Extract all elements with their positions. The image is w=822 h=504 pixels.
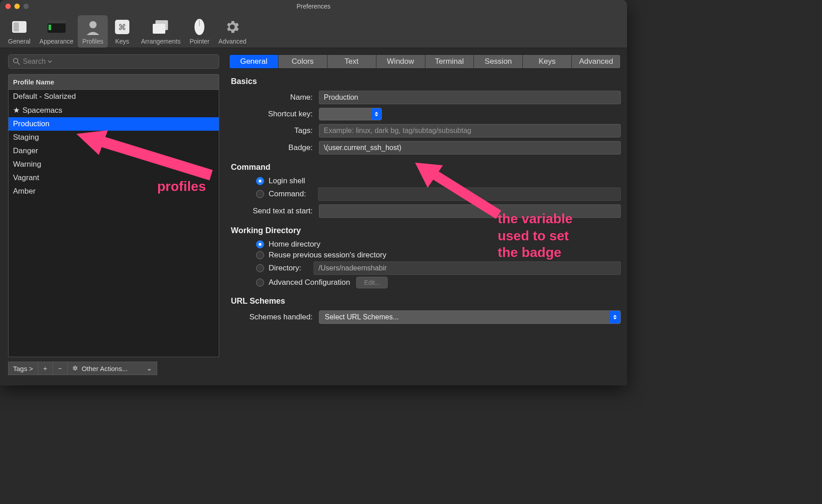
reuse-directory-label: Reuse previous session's directory <box>269 251 386 260</box>
titlebar: Preferences <box>0 0 627 13</box>
profile-name: Default - Solarized <box>13 92 76 101</box>
profile-row[interactable]: Warning <box>9 158 219 171</box>
profiles-icon <box>83 17 103 37</box>
appearance-icon <box>47 17 66 37</box>
profile-search-input[interactable]: Search <box>8 54 219 69</box>
tags-filter-button[interactable]: Tags > <box>8 362 38 375</box>
schemes-label: Schemes handled: <box>229 313 319 322</box>
add-profile-button[interactable]: ＋ <box>38 362 53 375</box>
toolbar-appearance[interactable]: Appearance <box>35 15 78 48</box>
tab-terminal[interactable]: Terminal <box>425 55 474 68</box>
edit-button[interactable]: Edit... <box>356 277 388 288</box>
profile-row[interactable]: Staging <box>9 131 219 144</box>
search-placeholder: Search <box>23 57 46 66</box>
profile-row[interactable]: Default - Solarized <box>9 90 219 103</box>
other-actions-label: Other Actions... <box>82 365 128 372</box>
tab-keys[interactable]: Keys <box>523 55 571 68</box>
tags-input[interactable] <box>319 124 621 137</box>
profile-row[interactable]: Vagrant <box>9 171 219 185</box>
toolbar-keys[interactable]: ⌘ Keys <box>108 15 137 48</box>
toolbar-label: Appearance <box>40 38 74 45</box>
svg-point-5 <box>89 21 97 28</box>
profile-list: Default - Solarized ★Spacemacs Productio… <box>8 89 219 357</box>
login-shell-label: Login shell <box>269 177 305 186</box>
advanced-config-radio[interactable] <box>256 279 264 287</box>
shortcut-key-select[interactable] <box>319 108 382 120</box>
tab-window[interactable]: Window <box>376 55 425 68</box>
toolbar-label: Arrangements <box>141 38 181 45</box>
tab-text[interactable]: Text <box>327 55 376 68</box>
remove-profile-button[interactable]: － <box>53 362 68 375</box>
window-minimize-button[interactable] <box>14 4 20 9</box>
basics-heading: Basics <box>231 77 621 86</box>
pointer-icon <box>190 17 209 37</box>
profile-row[interactable]: Danger <box>9 144 219 158</box>
tab-session[interactable]: Session <box>474 55 522 68</box>
login-shell-radio[interactable] <box>256 177 264 185</box>
tags-label: Tags > <box>13 365 33 372</box>
svg-rect-3 <box>48 20 66 23</box>
advanced-config-label: Advanced Configuration <box>269 278 350 287</box>
profile-name: Spacemacs <box>22 106 62 115</box>
toolbar-label: Pointer <box>190 38 209 45</box>
tags-field-label: Tags: <box>229 126 319 135</box>
gear-icon <box>222 17 242 37</box>
profile-row[interactable]: Amber <box>9 185 219 198</box>
profile-name: Amber <box>13 187 35 196</box>
home-directory-radio[interactable] <box>256 240 264 248</box>
svg-rect-1 <box>13 22 19 31</box>
toolbar-label: Profiles <box>82 38 103 45</box>
url-schemes-select[interactable]: Select URL Schemes... <box>319 310 621 324</box>
svg-point-12 <box>13 58 18 63</box>
toolbar-label: Keys <box>115 38 129 45</box>
window-title: Preferences <box>0 3 627 10</box>
command-heading: Command <box>231 163 621 172</box>
command-radio[interactable] <box>256 190 264 198</box>
profile-row[interactable]: ★Spacemacs <box>9 103 219 117</box>
send-text-label: Send text at start: <box>229 207 319 216</box>
toolbar-arrangements[interactable]: Arrangements <box>137 15 185 48</box>
window-close-button[interactable] <box>5 4 11 9</box>
tab-colors[interactable]: Colors <box>278 55 327 68</box>
star-icon: ★ <box>13 106 20 115</box>
toolbar-pointer[interactable]: Pointer <box>185 15 214 48</box>
chevron-down-icon: ⌄ <box>146 364 152 372</box>
send-text-input[interactable] <box>319 204 621 218</box>
profile-name: Staging <box>13 133 39 142</box>
profile-list-header[interactable]: Profile Name <box>8 74 219 89</box>
other-actions-menu[interactable]: ✲ Other Actions... ⌄ <box>67 362 157 375</box>
directory-label: Directory: <box>269 264 314 273</box>
profile-name: Danger <box>13 146 38 155</box>
directory-input[interactable] <box>314 261 621 275</box>
toolbar-profiles[interactable]: Profiles <box>78 15 108 48</box>
directory-radio[interactable] <box>256 264 264 272</box>
url-schemes-value: Select URL Schemes... <box>325 313 399 321</box>
name-label: Name: <box>229 93 319 102</box>
profile-name: Vagrant <box>13 173 39 182</box>
profile-name: Warning <box>13 160 41 169</box>
arrangements-icon <box>151 17 171 37</box>
toolbar-general[interactable]: General <box>4 15 35 48</box>
svg-text:⌘: ⌘ <box>118 23 126 32</box>
command-input[interactable] <box>318 187 621 201</box>
search-icon <box>13 58 20 65</box>
tab-general[interactable]: General <box>230 55 278 68</box>
toolbar-label: General <box>8 38 31 45</box>
badge-input[interactable] <box>319 141 621 155</box>
home-directory-label: Home directory <box>269 240 320 249</box>
window-zoom-button[interactable] <box>23 4 29 9</box>
badge-label: Badge: <box>229 143 319 152</box>
command-label: Command: <box>269 190 318 199</box>
reuse-directory-radio[interactable] <box>256 251 264 259</box>
tab-advanced[interactable]: Advanced <box>572 55 620 68</box>
profile-row[interactable]: Production <box>9 117 219 131</box>
toolbar-label: Advanced <box>218 38 246 45</box>
toolbar-advanced[interactable]: Advanced <box>214 15 251 48</box>
chevron-down-icon <box>48 59 52 64</box>
url-schemes-heading: URL Schemes <box>231 296 621 306</box>
gear-icon: ✲ <box>72 364 78 372</box>
svg-rect-9 <box>153 24 165 34</box>
profile-name-input[interactable] <box>319 91 621 104</box>
profile-name: Production <box>13 119 49 128</box>
working-directory-heading: Working Directory <box>231 226 621 235</box>
